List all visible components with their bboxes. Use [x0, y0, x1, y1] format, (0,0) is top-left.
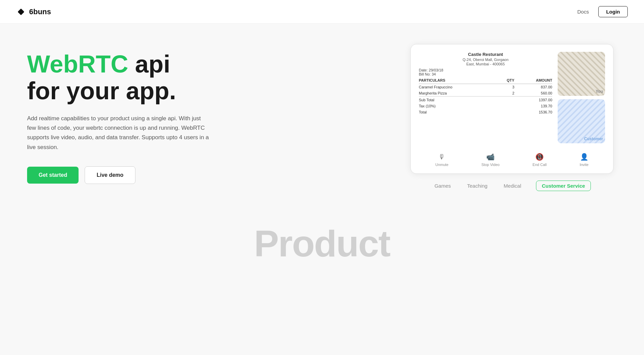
hero-title-foryourapp: for your app. — [27, 77, 176, 104]
control-button[interactable]: 📹Stop Video — [481, 153, 500, 167]
control-button[interactable]: 🎙Unmute — [435, 153, 449, 167]
control-button[interactable]: 👤Invite — [580, 153, 588, 167]
hero-left: WebRTC api for your app. Add realtime ca… — [27, 44, 230, 184]
control-icon: 👤 — [580, 153, 588, 161]
card-inner: Castle Resturant Q-24, Oberoi Mall, Gorg… — [419, 52, 605, 143]
col-amount: AMOUNT — [514, 78, 552, 84]
video-panels: You Customer — [558, 52, 605, 143]
hero-section: WebRTC api for your app. Add realtime ca… — [0, 24, 644, 205]
item-name: Caramel Frapuccino — [419, 84, 497, 90]
receipt-summary-row: Sub Total1397.00 — [419, 97, 552, 103]
item-name: Margherita Pizza — [419, 90, 497, 97]
product-title: Product — [0, 225, 644, 262]
item-qty: 2 — [497, 90, 514, 97]
tab-item[interactable]: Customer Service — [536, 181, 591, 191]
hero-title: WebRTC api for your app. — [27, 51, 230, 104]
item-qty: 3 — [497, 84, 514, 90]
restaurant-name: Castle Resturant — [419, 52, 552, 57]
nav-right: Docs Login — [577, 6, 628, 17]
receipt-date: Date: 29/03/18 Bill No: 34 — [419, 68, 552, 76]
address-line2: East, Mumbai - 400065 — [419, 62, 552, 66]
control-icon: 🎙 — [438, 153, 445, 161]
panel-customer-label: Customer — [584, 137, 603, 141]
docs-link[interactable]: Docs — [577, 9, 589, 15]
control-label: Invite — [580, 163, 588, 167]
hero-right: Castle Resturant Q-24, Oberoi Mall, Gorg… — [407, 44, 617, 191]
control-icon: 📹 — [486, 153, 495, 161]
hero-description: Add realtime capabilities to your produc… — [27, 114, 210, 152]
summary-label: Tax (10%) — [419, 103, 497, 109]
navbar: 6buns Docs Login — [0, 0, 644, 24]
tabs-row: GamesTeachingMedicalCustomer Service — [410, 181, 614, 191]
summary-label: Total — [419, 109, 497, 115]
summary-value: 1397.00 — [514, 97, 552, 103]
receipt-table: PARTICULARS QTY AMOUNT Caramel Frapuccin… — [419, 78, 552, 115]
receipt-summary-row: Total1536.70 — [419, 109, 552, 115]
logo: 6buns — [16, 7, 51, 17]
panel-customer: Customer — [558, 99, 605, 143]
receipt-area: Castle Resturant Q-24, Oberoi Mall, Gorg… — [419, 52, 552, 143]
hero-title-api: api — [128, 50, 170, 78]
panel-you: You — [558, 52, 605, 96]
control-icon: 📵 — [535, 153, 544, 161]
item-amount: 837.00 — [514, 84, 552, 90]
tab-item[interactable]: Games — [433, 181, 452, 191]
live-demo-button[interactable]: Live demo — [85, 166, 135, 184]
tab-item[interactable]: Teaching — [466, 181, 489, 191]
col-qty: QTY — [497, 78, 514, 84]
svg-rect-0 — [18, 8, 24, 15]
receipt-row: Caramel Frapuccino3837.00 — [419, 84, 552, 90]
hero-title-webrtc: WebRTC — [27, 50, 128, 78]
summary-value: 139.70 — [514, 103, 552, 109]
panel-you-label: You — [596, 89, 603, 94]
control-button[interactable]: 📵End Call — [533, 153, 547, 167]
receipt-row: Margherita Pizza2560.00 — [419, 90, 552, 97]
summary-value: 1536.70 — [514, 109, 552, 115]
item-amount: 560.00 — [514, 90, 552, 97]
control-label: Stop Video — [481, 163, 500, 167]
get-started-button[interactable]: Get started — [27, 167, 79, 184]
tab-item[interactable]: Medical — [502, 181, 523, 191]
receipt-summary-row: Tax (10%)139.70 — [419, 103, 552, 109]
address-line1: Q-24, Oberoi Mall, Gorgaon — [419, 58, 552, 62]
ui-demo-card: Castle Resturant Q-24, Oberoi Mall, Gorg… — [410, 44, 614, 174]
control-label: Unmute — [435, 163, 449, 167]
card-controls: 🎙Unmute📹Stop Video📵End Call👤Invite — [419, 149, 605, 167]
hero-buttons: Get started Live demo — [27, 166, 230, 184]
login-button[interactable]: Login — [598, 6, 628, 17]
col-particulars: PARTICULARS — [419, 78, 497, 84]
product-section: Product — [0, 205, 644, 269]
logo-icon — [16, 7, 26, 17]
control-label: End Call — [533, 163, 547, 167]
summary-label: Sub Total — [419, 97, 497, 103]
logo-text: 6buns — [29, 7, 51, 16]
